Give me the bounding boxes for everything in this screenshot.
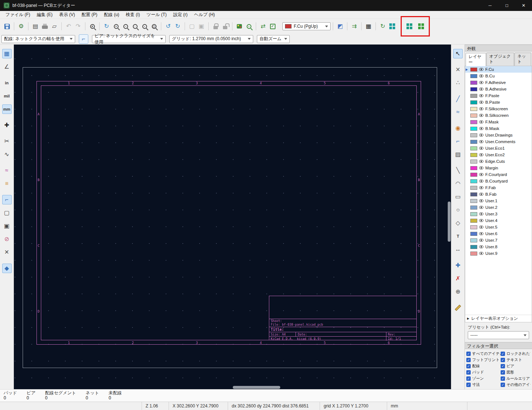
menu-item[interactable]: ファイル (F) bbox=[2, 11, 34, 19]
checkbox-checked-icon[interactable]: ✓ bbox=[466, 352, 471, 356]
vertical-scrollbar[interactable] bbox=[447, 45, 451, 385]
select-tool-icon[interactable]: ↖ bbox=[453, 49, 463, 58]
draw-line-icon[interactable]: ╲ bbox=[453, 166, 463, 175]
filter-checkbox-item[interactable]: ✓ すべてのアイテム bbox=[466, 351, 501, 356]
filter-checkbox-item[interactable]: ✓ 寸法 bbox=[466, 382, 501, 387]
menu-item[interactable]: ツール (T) bbox=[143, 11, 170, 19]
curved-ratsnest-icon[interactable]: ∿ bbox=[2, 150, 12, 159]
maximize-button[interactable]: □ bbox=[498, 0, 515, 11]
plugin-grid-teal-icon[interactable] bbox=[388, 22, 397, 31]
highlight-net-icon[interactable]: ✕ bbox=[453, 65, 463, 74]
layer-row[interactable]: ▶ B.Paste bbox=[465, 99, 532, 106]
layer-visibility-eye-icon[interactable] bbox=[479, 153, 483, 156]
layer-color-swatch[interactable] bbox=[470, 153, 477, 157]
layer-row[interactable]: ▶ User.Eco1 bbox=[465, 145, 532, 152]
track-outline-mode-icon[interactable]: ⌐ bbox=[2, 195, 12, 204]
menu-item[interactable]: 配置 (P) bbox=[78, 11, 100, 19]
menu-item[interactable]: 配線 (u) bbox=[101, 11, 123, 19]
layer-row[interactable]: ▶ User.Comments bbox=[465, 138, 532, 145]
layer-color-swatch[interactable] bbox=[470, 140, 477, 144]
layer-row[interactable]: ▶ User.7 bbox=[465, 237, 532, 244]
appearance-tab[interactable]: レイヤー bbox=[466, 53, 486, 66]
layer-color-swatch[interactable] bbox=[470, 146, 477, 150]
layer-row[interactable]: ▶ User.5 bbox=[465, 224, 532, 230]
layer-row[interactable]: ▶ Margin bbox=[465, 165, 532, 171]
layer-color-swatch[interactable] bbox=[470, 206, 477, 210]
measure-tool-icon[interactable] bbox=[453, 303, 463, 313]
checkbox-checked-icon[interactable]: ✓ bbox=[466, 364, 471, 368]
appearance-tab[interactable]: ネット bbox=[514, 53, 531, 66]
layer-display-options-row[interactable]: ▶ レイヤー表示オプション bbox=[465, 315, 532, 322]
curved-arrow-cw-icon[interactable]: ↻ bbox=[173, 22, 182, 31]
layer-row[interactable]: ▶ B.Fab bbox=[465, 191, 532, 198]
layer-color-swatch[interactable] bbox=[470, 173, 477, 177]
via-size-dropdown[interactable]: ビア: ネットクラスのサイズを使用 bbox=[92, 35, 166, 43]
filter-checkbox-item[interactable]: ✓ フットプリント bbox=[466, 357, 501, 363]
ungroup-items-icon[interactable]: ▣ bbox=[197, 22, 206, 31]
layer-color-swatch[interactable] bbox=[470, 219, 477, 223]
layer-color-swatch[interactable] bbox=[470, 100, 477, 104]
plugin-grid-green-icon[interactable] bbox=[416, 22, 426, 31]
units-mils-button[interactable]: mil bbox=[2, 91, 12, 101]
zoom-in-icon[interactable]: + bbox=[111, 22, 121, 31]
add-zone-icon[interactable]: ▨ bbox=[453, 150, 463, 159]
layer-visibility-eye-icon[interactable] bbox=[479, 219, 483, 222]
layer-row[interactable]: ▶ F.Paste bbox=[465, 92, 532, 99]
curved-arrow-ccw-icon[interactable]: ↺ bbox=[163, 22, 173, 31]
layer-row[interactable]: ▶ F.Cu bbox=[465, 66, 532, 73]
layer-row[interactable]: ▶ Edge.Cuts bbox=[465, 158, 532, 165]
crosshair-cursor-icon[interactable]: ✚ bbox=[2, 120, 12, 130]
layer-visibility-eye-icon[interactable] bbox=[479, 186, 483, 189]
pad-outline-mode-icon[interactable]: ▢ bbox=[2, 208, 12, 218]
layer-row[interactable]: ▶ F.Fab bbox=[465, 184, 532, 191]
layer-row[interactable]: ▶ F.Courtyard bbox=[465, 171, 532, 178]
layer-row[interactable]: ▶ F.Mask bbox=[465, 119, 532, 125]
layer-visibility-eye-icon[interactable] bbox=[479, 94, 483, 97]
layer-color-swatch[interactable] bbox=[470, 192, 477, 196]
layer-color-swatch[interactable] bbox=[470, 166, 477, 170]
footprint-editor-icon[interactable] bbox=[235, 22, 244, 31]
alignment-target-icon[interactable]: ✚ bbox=[453, 261, 463, 270]
appearance-tab[interactable]: オブジェクト bbox=[486, 53, 514, 66]
layer-color-swatch[interactable] bbox=[470, 232, 477, 236]
layer-color-swatch[interactable] bbox=[470, 74, 477, 78]
circular-arrows-icon[interactable]: ↻ bbox=[378, 22, 388, 31]
zoom-fit-icon[interactable]: ▫ bbox=[130, 22, 140, 31]
board-setup-icon[interactable]: ⚙ bbox=[16, 22, 26, 31]
layer-color-swatch[interactable] bbox=[470, 114, 477, 118]
layer-selector-dropdown[interactable]: F.Cu (PgUp) bbox=[282, 22, 331, 30]
horizontal-scrollbar-thumb[interactable] bbox=[233, 386, 280, 389]
polar-coords-icon[interactable]: ∠ bbox=[2, 62, 12, 72]
layer-visibility-eye-icon[interactable] bbox=[479, 134, 483, 137]
delete-tool-icon[interactable]: ✗ bbox=[453, 274, 463, 283]
layer-row[interactable]: ▶ F.Silkscreen bbox=[465, 106, 532, 112]
preset-dropdown[interactable]: ----- bbox=[468, 331, 529, 339]
hide-ratsnest-icon[interactable]: ✂ bbox=[2, 137, 12, 146]
tune-length-icon[interactable]: ⌐ bbox=[453, 137, 463, 146]
add-via-icon[interactable]: ◉ bbox=[453, 123, 463, 133]
filter-checkbox-item[interactable]: ✓ ゾーン bbox=[466, 376, 501, 381]
draw-circle-icon[interactable]: ○ bbox=[453, 205, 463, 215]
layer-visibility-eye-icon[interactable] bbox=[479, 206, 483, 209]
filter-checkbox-item[interactable]: ✓ 図形 bbox=[501, 369, 531, 375]
menu-item[interactable]: 検査 (I) bbox=[123, 11, 143, 19]
place-origin-icon[interactable]: ⊕ bbox=[453, 287, 463, 296]
find-icon[interactable]: A bbox=[88, 22, 97, 31]
grid-visibility-icon[interactable]: ▦ bbox=[2, 49, 12, 58]
filter-checkbox-item[interactable]: ✓ ビア bbox=[501, 363, 531, 369]
layer-visibility-eye-icon[interactable] bbox=[479, 226, 483, 229]
local-ratsnest-icon[interactable]: ∴ bbox=[453, 78, 463, 88]
zoom-objects-icon[interactable]: ▪ bbox=[140, 22, 149, 31]
layer-visibility-eye-icon[interactable] bbox=[479, 127, 483, 130]
layer-visibility-eye-icon[interactable] bbox=[479, 239, 483, 242]
menu-item[interactable]: 設定 (r) bbox=[170, 11, 191, 19]
layer-visibility-eye-icon[interactable] bbox=[479, 180, 483, 183]
layer-row[interactable]: ▶ User.1 bbox=[465, 198, 532, 204]
checkbox-checked-icon[interactable]: ✓ bbox=[501, 352, 505, 356]
draw-rectangle-icon[interactable]: ▭ bbox=[453, 192, 463, 202]
plugin-grid-cyan-icon[interactable] bbox=[405, 22, 414, 31]
route-diff-pairs-icon[interactable]: ≈ bbox=[453, 107, 463, 117]
layer-color-swatch[interactable] bbox=[470, 199, 477, 203]
close-button[interactable]: ✕ bbox=[515, 0, 532, 11]
layer-row[interactable]: ▶ User.4 bbox=[465, 217, 532, 224]
